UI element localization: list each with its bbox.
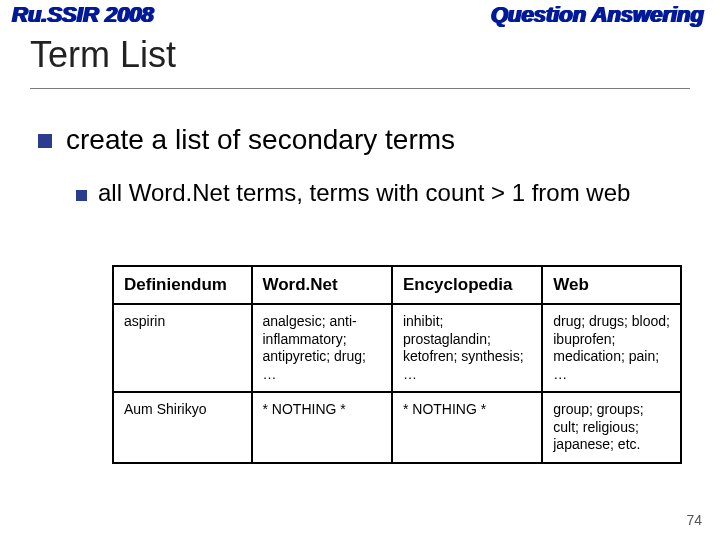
table-header: Encyclopedia [392, 266, 542, 304]
table-header: Web [542, 266, 681, 304]
table-header: Definiendum [113, 266, 252, 304]
table-cell: inhibit; prostaglandin; ketofren; synthe… [392, 304, 542, 392]
table-row: Aum Shirikyo * NOTHING * * NOTHING * gro… [113, 392, 681, 463]
table-cell: * NOTHING * [392, 392, 542, 463]
table-cell: drug; drugs; blood; ibuprofen; medicatio… [542, 304, 681, 392]
table-cell: aspirin [113, 304, 252, 392]
table-row: aspirin analgesic; anti-inflammatory; an… [113, 304, 681, 392]
header-topic: Question Answering [491, 2, 704, 28]
bullet-level1-text: create a list of secondary terms [66, 124, 455, 156]
slide-title: Term List [30, 34, 176, 76]
table-cell: group; groups; cult; religious; japanese… [542, 392, 681, 463]
terms-table: Definiendum Word.Net Encyclopedia Web as… [112, 265, 682, 464]
table-cell: analgesic; anti-inflammatory; antipyreti… [252, 304, 392, 392]
title-divider [30, 88, 690, 90]
table-header: Word.Net [252, 266, 392, 304]
table-cell: Aum Shirikyo [113, 392, 252, 463]
page-number: 74 [686, 512, 702, 528]
bullet-square-icon [76, 190, 87, 201]
bullet-square-icon [38, 134, 52, 148]
header-conference: Ru.SSIR 2008 [12, 2, 154, 28]
table-cell: * NOTHING * [252, 392, 392, 463]
table-header-row: Definiendum Word.Net Encyclopedia Web [113, 266, 681, 304]
bullet-level2-text: all Word.Net terms, terms with count > 1… [98, 178, 658, 208]
